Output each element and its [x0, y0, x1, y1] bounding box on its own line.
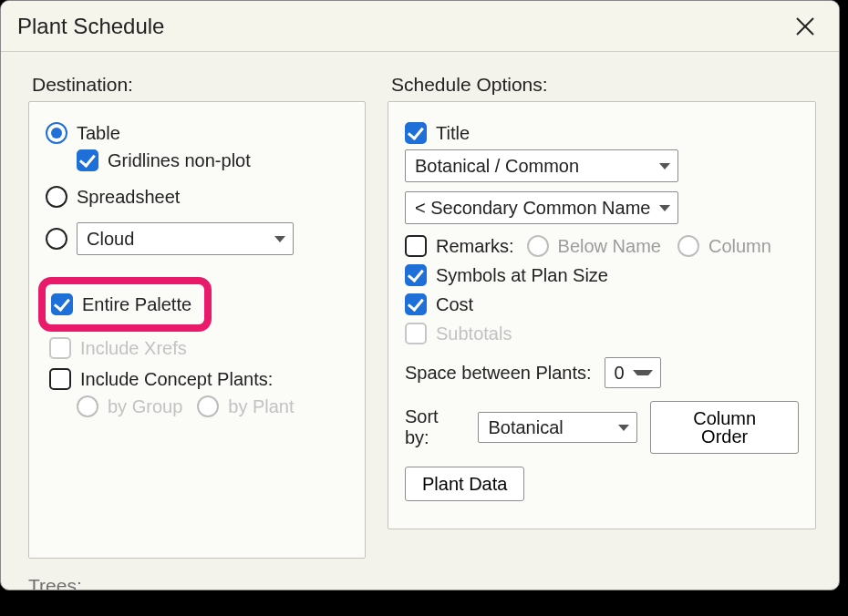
checkbox-subtotals-label: Subtotals — [436, 323, 512, 344]
checkbox-symbols[interactable] — [405, 264, 427, 286]
title-row[interactable]: Title — [405, 122, 799, 144]
secondary-select[interactable]: < Secondary Common Name — [405, 191, 678, 224]
checkbox-cost[interactable] — [405, 293, 427, 315]
checkbox-entire-palette-label: Entire Palette — [82, 294, 191, 315]
chevron-down-icon — [618, 425, 629, 431]
sort-row: Sort by: Botanical Column Order — [405, 401, 799, 454]
radio-below-name — [527, 235, 549, 257]
radio-cloud[interactable] — [46, 228, 67, 250]
radio-spreadsheet-label: Spreadsheet — [77, 187, 180, 208]
radio-by-group-label: by Group — [108, 396, 182, 417]
checkbox-title[interactable] — [405, 122, 427, 144]
radio-column — [677, 235, 699, 257]
radio-by-group — [77, 395, 98, 417]
name-mode-row: Botanical / Common — [405, 149, 799, 182]
secondary-value: < Secondary Common Name — [415, 198, 650, 219]
include-xrefs-row: Include Xrefs — [49, 337, 348, 359]
name-mode-value: Botanical / Common — [415, 156, 579, 177]
checkbox-include-concept-label: Include Concept Plants: — [80, 369, 273, 390]
include-concept-row[interactable]: Include Concept Plants: — [49, 368, 348, 390]
checkbox-gridlines[interactable] — [77, 149, 98, 171]
sort-value: Botanical — [488, 417, 563, 438]
dialog-title: Plant Schedule — [17, 14, 164, 39]
entire-palette-highlight: Entire Palette — [38, 277, 212, 332]
options-label: Schedule Options: — [388, 74, 816, 96]
destination-label: Destination: — [28, 74, 366, 96]
dest-spreadsheet-row[interactable]: Spreadsheet — [46, 186, 348, 208]
checkbox-cost-label: Cost — [436, 294, 473, 315]
concept-sub-row: by Group by Plant — [77, 395, 348, 417]
radio-by-plant — [197, 395, 219, 417]
chevron-down-icon — [633, 370, 653, 375]
space-label: Space between Plants: — [405, 363, 592, 384]
checkbox-entire-palette[interactable] — [51, 293, 73, 315]
radio-table[interactable] — [46, 122, 67, 144]
destination-panel: Table Gridlines non-plot Spreadsheet Clo… — [28, 101, 366, 559]
radio-by-plant-label: by Plant — [228, 396, 294, 417]
sort-select[interactable]: Botanical — [478, 412, 637, 443]
space-select[interactable]: 0 — [605, 357, 661, 388]
cloud-select-value: Cloud — [87, 229, 134, 250]
chevron-down-icon — [274, 236, 285, 242]
radio-below-name-label: Below Name — [558, 236, 661, 257]
remarks-row: Remarks: Below Name Column — [405, 235, 799, 257]
dialog-body: Destination: Table Gridlines non-plot Sp… — [1, 52, 839, 590]
checkbox-gridlines-label: Gridlines non-plot — [108, 150, 251, 171]
dest-table-row[interactable]: Table — [46, 122, 348, 144]
radio-column-label: Column — [708, 236, 771, 257]
checkbox-remarks[interactable] — [405, 235, 427, 257]
cloud-select[interactable]: Cloud — [77, 222, 294, 255]
secondary-row: < Secondary Common Name — [405, 191, 799, 224]
close-icon — [795, 16, 815, 36]
radio-table-label: Table — [77, 123, 120, 144]
column-order-button[interactable]: Column Order — [650, 401, 799, 454]
sort-label: Sort by: — [405, 406, 467, 448]
subtotals-row: Subtotals — [405, 323, 799, 344]
chevron-down-icon — [659, 163, 670, 169]
close-button[interactable] — [790, 13, 821, 40]
checkbox-include-xrefs-label: Include Xrefs — [80, 338, 187, 359]
left-column: Destination: Table Gridlines non-plot Sp… — [28, 74, 366, 590]
space-row: Space between Plants: 0 — [405, 357, 799, 388]
titlebar: Plant Schedule — [1, 1, 839, 52]
checkbox-include-concept[interactable] — [49, 368, 71, 390]
dest-cloud-row: Cloud — [46, 222, 348, 255]
plant-data-row: Plant Data — [405, 467, 799, 501]
options-panel: Title Botanical / Common < Secondary Com… — [388, 101, 816, 529]
cost-row[interactable]: Cost — [405, 293, 799, 315]
plant-data-button[interactable]: Plant Data — [405, 467, 524, 501]
symbols-row[interactable]: Symbols at Plan Size — [405, 264, 799, 286]
radio-spreadsheet[interactable] — [46, 186, 67, 208]
checkbox-subtotals — [405, 323, 427, 344]
checkbox-remarks-label: Remarks: — [436, 236, 514, 257]
gridlines-row[interactable]: Gridlines non-plot — [77, 149, 348, 171]
plant-schedule-dialog: Plant Schedule Destination: Table Gridli… — [0, 0, 840, 590]
trees-label: Trees: — [28, 575, 366, 590]
chevron-down-icon — [659, 205, 670, 211]
checkbox-include-xrefs — [49, 337, 71, 359]
checkbox-title-label: Title — [436, 123, 470, 144]
right-column: Schedule Options: Title Botanical / Comm… — [388, 74, 816, 529]
space-value: 0 — [615, 363, 626, 384]
name-mode-select[interactable]: Botanical / Common — [405, 149, 678, 182]
checkbox-symbols-label: Symbols at Plan Size — [436, 265, 608, 286]
